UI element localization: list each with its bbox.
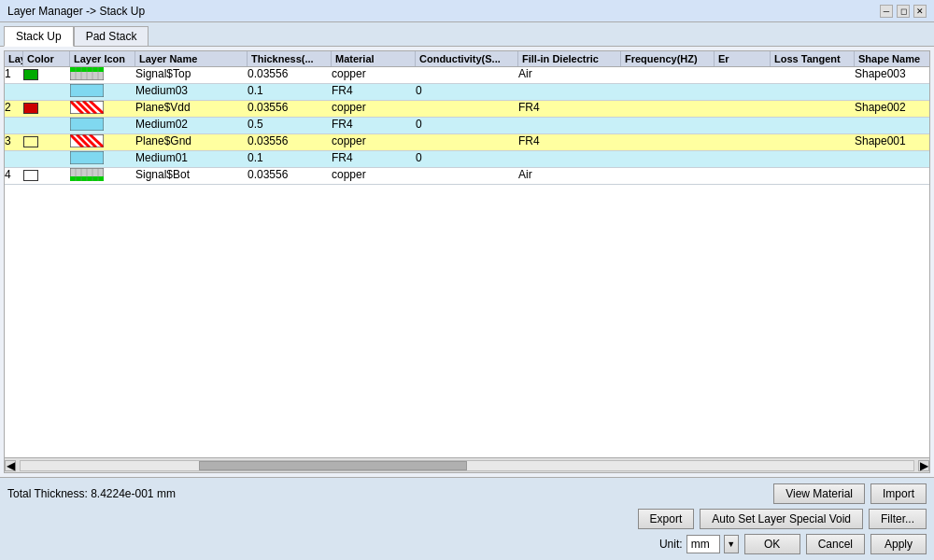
scrollbar-thumb[interactable] <box>199 461 467 470</box>
cell-conductivity <box>416 67 518 83</box>
cell-loss <box>771 168 855 184</box>
cell-conductivity: 0 <box>416 84 518 100</box>
table-row[interactable]: 3 Plane$Gnd 0.03556 copper <box>5 134 929 151</box>
svg-rect-14 <box>70 118 104 131</box>
cancel-button[interactable]: Cancel <box>806 534 865 554</box>
ok-button[interactable]: OK <box>744 534 800 554</box>
export-button[interactable]: Export <box>638 509 695 529</box>
cell-icon <box>70 134 135 150</box>
cell-fillin: FR4 <box>518 101 621 117</box>
horizontal-scrollbar[interactable]: ◀ ▶ <box>5 457 929 472</box>
svg-rect-7 <box>70 84 104 97</box>
cell-conductivity: 0 <box>416 118 518 133</box>
layer-icon-plane <box>70 101 104 114</box>
minimize-button[interactable]: ─ <box>880 5 893 18</box>
unit-input[interactable] <box>686 535 720 553</box>
col-header-loss: Loss Tangent <box>771 51 855 66</box>
cell-freq <box>621 101 715 117</box>
col-header-thickness: Thickness(... <box>248 51 332 66</box>
col-header-num: Layer # <box>5 51 23 66</box>
cell-color <box>23 67 70 83</box>
cell-fillin <box>518 84 621 100</box>
tab-stack-up[interactable]: Stack Up <box>4 26 74 47</box>
layer-icon-signal-bot <box>70 168 104 181</box>
cell-er <box>715 151 771 167</box>
cell-freq <box>621 118 715 133</box>
table-body: 1 Signal$Top 0.03556 <box>5 67 929 457</box>
cell-icon <box>70 84 135 100</box>
cell-loss <box>771 151 855 167</box>
bottom-row3: Unit: ▼ OK Cancel Apply <box>7 534 927 554</box>
title-bar: Layer Manager -> Stack Up ─ ◻ ✕ <box>0 0 934 22</box>
cell-shape <box>855 168 929 184</box>
bottom-panel: Total Thickness: 8.4224e-001 mm View Mat… <box>0 477 934 560</box>
table-row[interactable]: 4 Signal$Bot 0.03556 <box>5 168 929 185</box>
bottom-row2: Export Auto Set Layer Special Void Filte… <box>7 509 927 529</box>
unit-dropdown-button[interactable]: ▼ <box>724 535 739 553</box>
tab-bar: Stack Up Pad Stack <box>0 22 934 47</box>
unit-label: Unit: <box>659 538 683 551</box>
table-row[interactable]: Medium02 0.5 FR4 0 <box>5 118 929 134</box>
table-row[interactable]: Medium01 0.1 FR4 0 <box>5 151 929 168</box>
cell-thickness: 0.03556 <box>248 134 332 150</box>
cell-thickness: 0.1 <box>248 151 332 167</box>
cell-num: 4 <box>5 168 23 184</box>
table-header: Layer # Color Layer Icon Layer Name Thic… <box>5 51 929 67</box>
cell-name: Signal$Bot <box>135 168 248 184</box>
cell-icon <box>70 101 135 117</box>
cell-thickness: 0.03556 <box>248 101 332 117</box>
import-button[interactable]: Import <box>870 483 927 504</box>
table-row[interactable]: Medium03 0.1 FR4 0 <box>5 84 929 101</box>
table-row[interactable]: 1 Signal$Top 0.03556 <box>5 67 929 84</box>
view-material-button[interactable]: View Material <box>773 483 865 504</box>
svg-rect-21 <box>70 151 104 164</box>
tab-pad-stack[interactable]: Pad Stack <box>74 26 149 46</box>
cell-name: Medium02 <box>135 118 248 133</box>
cell-fillin: FR4 <box>518 134 621 150</box>
layer-icon-medium <box>70 151 104 164</box>
cell-color <box>23 151 70 167</box>
cell-num <box>5 118 23 133</box>
cell-er <box>715 84 771 100</box>
bottom-row1: Total Thickness: 8.4224e-001 mm View Mat… <box>7 483 927 504</box>
cell-icon <box>70 118 135 133</box>
cell-loss <box>771 134 855 150</box>
title-bar-buttons: ─ ◻ ✕ <box>880 5 927 18</box>
cell-color <box>23 101 70 117</box>
apply-button[interactable]: Apply <box>870 534 927 554</box>
table-row[interactable]: 2 Plane$Vdd 0.03556 <box>5 101 929 118</box>
scroll-left-button[interactable]: ◀ <box>5 460 16 471</box>
cell-er <box>715 67 771 83</box>
maximize-button[interactable]: ◻ <box>897 5 910 18</box>
window-title: Layer Manager -> Stack Up <box>7 5 145 18</box>
cell-er <box>715 168 771 184</box>
cell-num: 3 <box>5 134 23 150</box>
cell-conductivity <box>416 168 518 184</box>
unit-group: Unit: ▼ <box>659 535 739 553</box>
col-header-shape: Shape Name <box>855 51 930 66</box>
col-header-freq: Frequency(HZ) <box>621 51 715 66</box>
cell-shape <box>855 151 929 167</box>
layer-icon-signal <box>70 67 104 80</box>
cell-shape <box>855 118 929 133</box>
cell-fillin <box>518 151 621 167</box>
cell-thickness: 0.03556 <box>248 67 332 83</box>
color-swatch <box>23 136 38 147</box>
scroll-right-button[interactable]: ▶ <box>918 460 929 471</box>
cell-num <box>5 151 23 167</box>
filter-button[interactable]: Filter... <box>869 509 927 529</box>
cell-name: Medium01 <box>135 151 248 167</box>
auto-set-layer-special-void-button[interactable]: Auto Set Layer Special Void <box>700 509 863 529</box>
cell-material: copper <box>332 168 416 184</box>
cell-loss <box>771 101 855 117</box>
color-swatch <box>23 103 38 114</box>
cell-material: copper <box>332 134 416 150</box>
cell-color <box>23 118 70 133</box>
cell-name: Medium03 <box>135 84 248 100</box>
col-header-material: Material <box>332 51 416 66</box>
close-button[interactable]: ✕ <box>913 5 927 18</box>
cell-shape: Shape003 <box>855 67 929 83</box>
cell-name: Plane$Gnd <box>135 134 248 150</box>
cell-shape: Shape002 <box>855 101 929 117</box>
cell-icon <box>70 168 135 184</box>
